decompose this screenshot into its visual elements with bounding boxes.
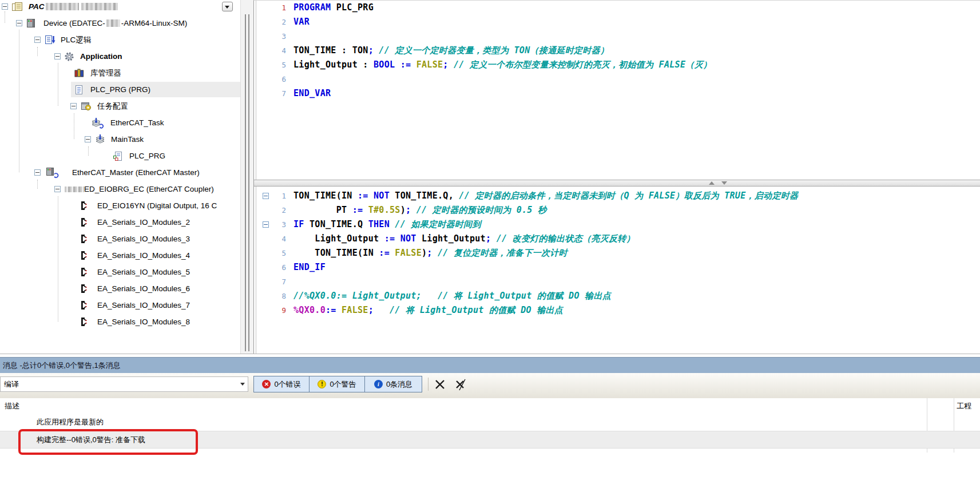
implementation-pane[interactable]: 1TON_TIME(IN := NOT TON_TIME.Q, // 定时器的启…: [254, 187, 980, 354]
code-line[interactable]: 7END_VAR: [254, 86, 980, 101]
tree-item-serial-io-module-4[interactable]: EA_Serials_IO_Modules_4: [0, 247, 240, 264]
code-text: Light_Output := NOT Light_Output; // 改变灯…: [293, 232, 980, 246]
message-row-build-complete[interactable]: 构建完整--0错误,0警告: 准备下载: [0, 431, 980, 449]
code-line[interactable]: 2VAR: [254, 15, 980, 29]
tree-item-plc-prg-call[interactable]: PLC_PRG: [0, 148, 240, 164]
splitter-collapse-icons[interactable]: [709, 181, 727, 185]
module-icon: [79, 299, 87, 311]
tree-item-task-configuration[interactable]: 任务配置: [0, 98, 240, 114]
errors-toggle-button[interactable]: ✕ 0个错误: [253, 376, 310, 392]
project-icon: [11, 1, 23, 13]
collapse-box-icon[interactable]: [16, 20, 22, 26]
code-line[interactable]: 8//%QX0.0:= Light_Output; // 将 Light_Out…: [254, 289, 980, 303]
module-icon: [79, 266, 87, 278]
message-row[interactable]: 此应用程序是最新的: [0, 414, 980, 431]
tree-item-label: ED_EIOBRG_EC (EtherCAT Coupler): [84, 181, 214, 197]
tree-item-serial-io-module-2[interactable]: EA_Serials_IO_Modules_2: [0, 214, 240, 231]
tree-item-label: EA_Serials_IO_Modules_8: [97, 314, 190, 330]
code-text: Light_Output : BOOL := FALSE; // 定义一个布尔型…: [293, 58, 980, 72]
code-line[interactable]: 1TON_TIME(IN := NOT TON_TIME.Q, // 定时器的启…: [254, 189, 980, 203]
device-dropdown-button[interactable]: [222, 2, 233, 11]
tree-item-plc-prg[interactable]: PLC_PRG (PRG): [0, 81, 240, 98]
tree-item-label: EA_Serials_IO_Modules_6: [97, 280, 190, 297]
code-line[interactable]: 6END_IF: [254, 260, 980, 275]
collapse-box-icon[interactable]: [34, 169, 41, 176]
collapse-box-icon[interactable]: [34, 37, 41, 43]
warning-icon: !: [318, 380, 326, 388]
collapse-down-icon[interactable]: [721, 181, 727, 185]
line-number: 7: [254, 86, 286, 101]
warnings-toggle-button[interactable]: ! 0个警告: [309, 376, 365, 392]
line-number: 6: [254, 72, 286, 86]
code-line[interactable]: 4TON_TIME : TON; // 定义一个定时器变量，类型为 TON（接通…: [254, 43, 980, 58]
tree-item-library-manager[interactable]: 库管理器: [0, 65, 240, 81]
chevron-down-icon: [240, 383, 245, 388]
tree-item-application[interactable]: Application: [0, 48, 240, 65]
messages-toggle-label: 0条消息: [386, 379, 412, 390]
code-line[interactable]: 5Light_Output : BOOL := FALSE; // 定义一个布尔…: [254, 58, 980, 72]
collapse-up-icon[interactable]: [709, 181, 715, 185]
message-filter-combobox[interactable]: 编译: [0, 376, 248, 392]
code-line[interactable]: 1PROGRAM PLC_PRG: [254, 1, 980, 15]
collapse-box-icon[interactable]: [54, 186, 61, 192]
clear-messages-icon[interactable]: [434, 378, 446, 391]
code-text: END_IF: [293, 260, 980, 275]
code-line[interactable]: 6: [254, 72, 980, 86]
collapse-box-icon[interactable]: [85, 136, 91, 142]
code-line[interactable]: 5 TON_TIME(IN := FALSE); // 复位定时器，准备下一次计…: [254, 246, 980, 260]
fold-marker-icon[interactable]: [263, 221, 269, 228]
line-number: 3: [254, 29, 286, 43]
code-line[interactable]: 3: [254, 29, 980, 43]
clear-all-messages-icon[interactable]: [454, 378, 466, 391]
code-line[interactable]: 9%QX0.0:= FALSE; // 将 Light_Output 的值赋 D…: [254, 303, 980, 318]
warnings-toggle-label: 0个警告: [330, 379, 356, 390]
tree-item-label: EA_Serials_IO_Modules_2: [97, 214, 190, 231]
tree-item-label: ED_EIO16YN (Digital Output, 16 C: [97, 197, 217, 214]
module-icon: [79, 200, 87, 212]
tree-item-label: 库管理器: [90, 65, 121, 81]
messages-table: 描述 工程 此应用程序是最新的 构建完整--0错误,0警告: 准备下载: [0, 398, 980, 484]
tree-item-serial-io-module-3[interactable]: EA_Serials_IO_Modules_3: [0, 231, 240, 247]
code-text: %QX0.0:= FALSE; // 将 Light_Output 的值赋 DO…: [293, 303, 980, 318]
tree-item-serial-io-module-6[interactable]: EA_Serials_IO_Modules_6: [0, 280, 240, 297]
tree-item-serial-io-module-8[interactable]: EA_Serials_IO_Modules_8: [0, 314, 240, 330]
pane-splitter[interactable]: [254, 180, 980, 187]
tree-scrollbar-thumb[interactable]: [245, 14, 249, 351]
code-line[interactable]: 3IF TON_TIME.Q THEN // 如果定时器时间到: [254, 217, 980, 232]
fold-marker-icon[interactable]: [263, 193, 269, 199]
tree-scrollbar[interactable]: [240, 0, 254, 354]
tree-item-serial-io-module-7[interactable]: EA_Serials_IO_Modules_7: [0, 297, 240, 314]
collapse-box-icon[interactable]: [2, 3, 8, 10]
code-text: PT := T#0.5S); // 定时器的预设时间为 0.5 秒: [293, 203, 980, 217]
code-line[interactable]: 4 Light_Output := NOT Light_Output; // 改…: [254, 232, 980, 246]
tree-item-label: EA_Serials_IO_Modules_4: [97, 247, 190, 264]
task-icon: [94, 133, 106, 145]
module-icon: [79, 283, 87, 295]
line-number: 5: [254, 58, 286, 72]
tree-item-main-task[interactable]: MainTask: [0, 131, 240, 148]
code-text: PROGRAM PLC_PRG: [293, 1, 980, 15]
tree-item-label: EA_Serials_IO_Modules_5: [97, 264, 190, 280]
tree-item-digital-output-module[interactable]: ED_EIO16YN (Digital Output, 16 C: [0, 197, 240, 214]
collapse-box-icon[interactable]: [54, 53, 61, 59]
tree-item-serial-io-module-5[interactable]: EA_Serials_IO_Modules_5: [0, 264, 240, 280]
collapse-box-icon[interactable]: [70, 103, 77, 109]
declaration-pane[interactable]: 1PROGRAM PLC_PRG2VAR34TON_TIME : TON; //…: [254, 1, 980, 180]
messages-toggle-button[interactable]: i 0条消息: [364, 376, 422, 392]
tree-item-ethercat-coupler[interactable]: ED_EIOBRG_EC (EtherCAT Coupler): [0, 181, 240, 197]
line-number: 3: [254, 217, 286, 232]
line-number: 4: [254, 43, 286, 58]
code-line[interactable]: 7: [254, 275, 980, 289]
code-line[interactable]: 2 PT := T#0.5S); // 定时器的预设时间为 0.5 秒: [254, 203, 980, 217]
tree-item-device[interactable]: Device (EDATEC--ARM64-Linux-SM): [0, 15, 240, 31]
module-icon: [79, 216, 87, 228]
messages-panel: 消息 -总计0个错误,0个警告,1条消息 编译 ✕ 0个错误 ! 0个警告 i …: [0, 354, 980, 484]
tree-item-label: PLC_PRG: [129, 148, 165, 164]
module-icon: [79, 233, 87, 245]
tree-item-ethercat-task[interactable]: EtherCAT_Task: [0, 114, 240, 131]
prgcall-icon: [113, 150, 123, 162]
tree-item-ethercat-master[interactable]: EtherCAT_Master (EtherCAT Master): [0, 164, 240, 181]
message-filter-value: 编译: [4, 380, 19, 388]
tree-item-plc-logic[interactable]: PLC逻辑: [0, 31, 240, 48]
tree-item-project-root[interactable]: PAC: [0, 0, 240, 15]
